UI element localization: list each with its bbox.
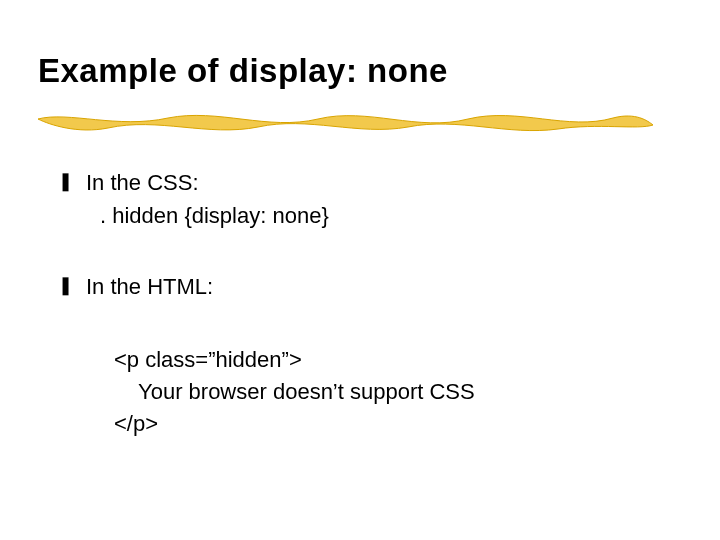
bullet-icon: ❚ bbox=[58, 172, 73, 190]
slide-title: Example of display: none bbox=[38, 52, 448, 90]
code-body: Your browser doesn’t support CSS bbox=[114, 376, 644, 408]
bullet-label: In the CSS: bbox=[86, 168, 644, 198]
code-block: <p class=”hidden”> Your browser doesn’t … bbox=[114, 344, 644, 440]
title-underline bbox=[38, 105, 653, 139]
bullet-label: In the HTML: bbox=[86, 272, 644, 302]
slide-content: ❚ In the CSS: . hidden {display: none} ❚… bbox=[64, 168, 644, 440]
bullet-subtext: . hidden {display: none} bbox=[100, 201, 644, 231]
code-open-tag: <p class=”hidden”> bbox=[114, 344, 644, 376]
bullet-icon: ❚ bbox=[58, 276, 73, 294]
slide: Example of display: none ❚ In the CSS: .… bbox=[0, 0, 720, 540]
code-close-tag: </p> bbox=[114, 408, 644, 440]
bullet-item-html: ❚ In the HTML: bbox=[64, 272, 644, 302]
bullet-item-css: ❚ In the CSS: . hidden {display: none} bbox=[64, 168, 644, 230]
